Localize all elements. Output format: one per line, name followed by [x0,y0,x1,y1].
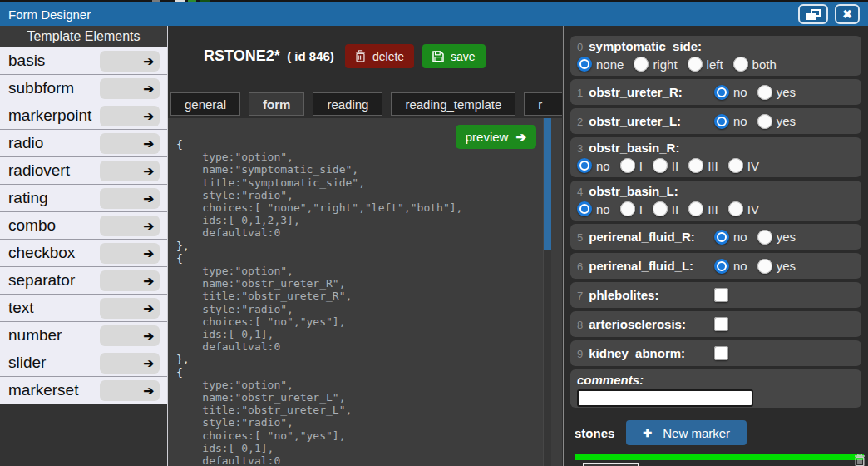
drag-handle[interactable]: ➔ [100,380,160,401]
radio-yes[interactable] [757,259,772,274]
field-index: 1 [577,87,583,99]
radio-II[interactable] [653,201,668,216]
radio-yes[interactable] [757,114,772,129]
tab-reading[interactable]: reading [313,92,382,116]
radio-yes[interactable] [757,230,772,245]
sidebar-item-radiovert[interactable]: radiovert➔ [0,157,167,185]
restore-window-button[interactable] [798,4,828,24]
field-controls: noyes [714,259,801,274]
arrow-right-icon: ➔ [143,302,154,315]
sidebar-item-checkbox[interactable]: checkbox➔ [0,240,167,267]
field-label-wrap: 7phlebolites: [577,288,714,302]
radio-option-label: none [596,57,624,72]
radio-no[interactable] [714,230,729,245]
marker-item-partial[interactable] [583,463,639,466]
radio-III[interactable] [688,201,703,216]
arrow-right-icon: ➔ [143,357,154,369]
sidebar-item-label: rating [8,189,48,207]
radio-I[interactable] [620,201,635,216]
sidebar-item-separator[interactable]: separator➔ [0,267,167,295]
arrow-right-icon: ➔ [143,137,154,150]
radio-no[interactable] [577,201,592,216]
sidebar-item-number[interactable]: number➔ [0,322,167,350]
checkbox[interactable] [714,288,728,302]
radio-III[interactable] [688,158,703,173]
field-label: perirenal_fluid_R: [589,230,695,244]
radio-dot [581,61,588,67]
code-editor[interactable]: preview ➔ { type:"option", name:"symptom… [168,118,562,466]
sidebar-item-subbform[interactable]: subbform➔ [0,75,167,102]
window-title: Form Designer [8,7,91,22]
tab-reading_template[interactable]: reading_template [391,92,515,116]
page-title: RSTONE2* ( id 846) [204,47,334,65]
radio-option-label: no [733,230,747,244]
tab-r[interactable]: r [524,92,562,116]
radio-none[interactable] [577,57,592,72]
sidebar-item-combo[interactable]: combo➔ [0,212,167,240]
sidebar-item-radio[interactable]: radio➔ [0,130,167,157]
radio-no[interactable] [714,85,729,100]
drag-handle[interactable]: ➔ [100,161,160,181]
sidebar-item-basis[interactable]: basis➔ [0,47,167,75]
preview-button[interactable]: preview ➔ [456,125,536,149]
arrow-right-icon: ➔ [143,192,154,205]
radio-no[interactable] [714,259,729,274]
field-label: symptomatic_side: [589,39,702,53]
drag-handle[interactable]: ➔ [100,106,160,126]
radio-no[interactable] [577,158,592,173]
preview-button-label: preview [466,130,509,144]
scrollbar-thumb[interactable] [544,118,551,250]
drag-handle[interactable]: ➔ [100,188,160,209]
sidebar-item-label: basis [8,52,45,70]
radio-left[interactable] [688,57,703,72]
restore-icon [806,9,821,20]
trash-icon [355,50,366,62]
drag-handle[interactable]: ➔ [100,78,160,99]
radio-I[interactable] [620,158,635,173]
drag-handle[interactable]: ➔ [100,325,160,346]
delete-button[interactable]: delete [345,44,414,68]
drag-handle[interactable]: ➔ [100,133,160,154]
sidebar-item-slider[interactable]: slider➔ [0,350,167,377]
comments-label: comments: [577,373,855,387]
sidebar-item-text[interactable]: text➔ [0,295,167,322]
drag-handle[interactable]: ➔ [100,298,160,319]
checkbox[interactable] [714,317,728,331]
radio-option-label: IV [747,202,759,216]
sidebar-item-markerpoint[interactable]: markerpoint➔ [0,102,167,130]
arrow-right-icon: ➔ [143,165,154,177]
radio-option-label: yes [777,259,796,273]
drag-handle[interactable]: ➔ [100,51,160,72]
code-scrollbar[interactable] [543,118,551,466]
radio-IV[interactable] [728,158,743,173]
drag-handle[interactable]: ➔ [100,216,160,236]
field-label: obstr_ureter_L: [589,114,681,128]
checkbox[interactable] [714,346,728,360]
drag-handle[interactable]: ➔ [100,270,160,291]
radio-right[interactable] [634,57,649,72]
tab-form[interactable]: form [249,92,304,116]
field-index: 5 [577,231,583,244]
drag-handle[interactable]: ➔ [100,353,160,374]
field-label-wrap: 8arteriosclerosis: [577,317,714,331]
radio-no[interactable] [714,114,729,129]
sidebar-item-label: text [8,299,34,317]
sidebar-item-markerset[interactable]: markerset➔ [0,377,167,404]
drag-handle[interactable]: ➔ [100,243,160,264]
radio-IV[interactable] [728,201,743,216]
code-line: style:"radio", [176,416,545,429]
close-window-button[interactable]: ✖ [835,4,860,24]
field-index: 6 [577,260,583,273]
save-button[interactable]: save [422,44,486,68]
arrow-right-icon: ➔ [143,247,154,260]
form-name: RSTONE2* [204,47,280,64]
tab-general[interactable]: general [170,92,240,116]
radio-II[interactable] [653,158,668,173]
radio-both[interactable] [733,57,748,72]
comments-input[interactable] [577,389,753,407]
marker-trash-icon[interactable] [854,454,866,466]
sidebar-item-label: radiovert [8,161,70,180]
new-marker-button[interactable]: ✚ New marker [626,420,747,445]
radio-yes[interactable] [757,85,772,100]
sidebar-item-rating[interactable]: rating➔ [0,185,167,212]
